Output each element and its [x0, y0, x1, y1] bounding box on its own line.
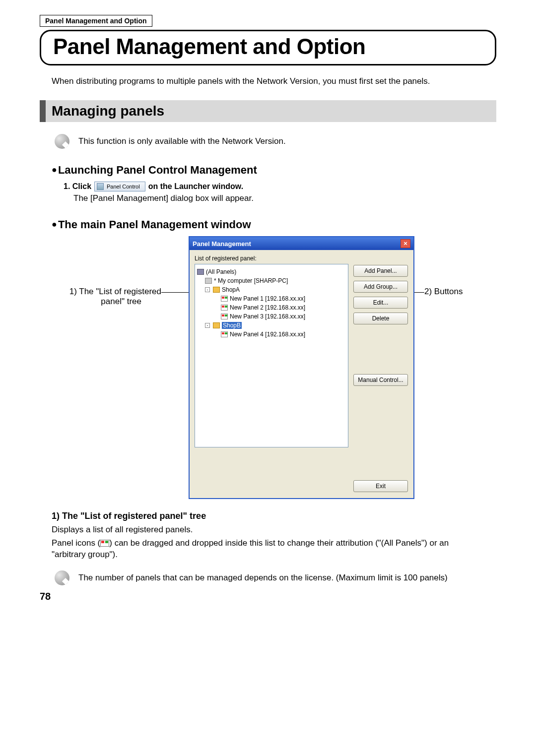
- tree-section-p2: Panel icons () can be dragged and droppe…: [52, 538, 484, 561]
- panel-icon: [221, 314, 228, 319]
- all-panels-icon: [197, 269, 204, 275]
- edit-button[interactable]: Edit...: [353, 297, 408, 309]
- panel-management-dialog: Panel Management × List of registered pa…: [189, 236, 414, 499]
- delete-button[interactable]: Delete: [353, 313, 408, 324]
- dialog-title: Panel Management: [193, 240, 251, 248]
- close-icon[interactable]: ×: [401, 239, 410, 248]
- diagram: 1) The "List of registered panel" tree P…: [40, 236, 496, 499]
- note-text: This function is only available with the…: [78, 136, 286, 146]
- registered-panel-tree[interactable]: (All Panels) * My computer [SHARP-PC] -S…: [195, 264, 348, 447]
- manual-control-button[interactable]: Manual Control...: [353, 374, 408, 386]
- intro-text: When distributing programs to multiple p…: [52, 76, 496, 86]
- exit-button[interactable]: Exit: [353, 480, 408, 492]
- step-suffix: on the Launcher window.: [148, 182, 243, 191]
- section-heading-managing-panels: Managing panels: [40, 100, 496, 122]
- panel-icon: [221, 296, 228, 302]
- add-group-button[interactable]: Add Group...: [353, 281, 408, 293]
- title-frame: Panel Management and Option: [40, 30, 496, 65]
- tree-root[interactable]: (All Panels): [206, 268, 236, 275]
- license-note: The number of panels that can be managed…: [78, 573, 448, 583]
- callout-left: 1) The "List of registered panel" tree: [40, 236, 161, 307]
- panel-icon: [100, 540, 109, 547]
- callout-right: 2) Buttons: [424, 236, 463, 297]
- add-panel-button[interactable]: Add Panel...: [353, 265, 408, 277]
- folder-icon: [213, 287, 220, 293]
- tree-group-b-selected[interactable]: ShopB: [222, 322, 242, 329]
- callout-line-right: [414, 292, 424, 293]
- callout-line-left: [161, 292, 189, 293]
- breadcrumb: Panel Management and Option: [40, 15, 152, 27]
- tree-group-a[interactable]: ShopA: [222, 286, 240, 293]
- panel-control-label: Panel Control: [107, 184, 140, 189]
- subheading-launching: Launching Panel Control Management: [52, 164, 496, 177]
- panel-icon: [221, 305, 228, 311]
- tree-panel[interactable]: New Panel 4 [192.168.xx.xx]: [230, 331, 305, 338]
- tree-panel[interactable]: New Panel 1 [192.168.xx.xx]: [230, 295, 305, 302]
- step-1: 1. Click Panel Control on the Launcher w…: [64, 182, 496, 191]
- list-label: List of registered panel:: [195, 255, 408, 262]
- collapse-icon[interactable]: -: [205, 323, 210, 328]
- collapse-icon[interactable]: -: [205, 287, 210, 292]
- note-icon: [55, 134, 69, 149]
- step-prefix: 1. Click: [64, 182, 91, 191]
- dialog-buttons: Add Panel... Add Group... Edit... Delete…: [353, 264, 408, 492]
- page-title: Panel Management and Option: [53, 34, 483, 59]
- folder-icon: [213, 322, 220, 328]
- computer-icon: [205, 278, 212, 284]
- dialog-titlebar: Panel Management ×: [190, 237, 413, 250]
- tree-section-p1: Displays a list of all registered panels…: [52, 524, 484, 536]
- tree-section-heading: 1) The "List of registered panel" tree: [52, 511, 496, 521]
- step-result: The [Panel Management] dialog box will a…: [73, 193, 496, 203]
- note-icon: [55, 570, 69, 585]
- panel-control-button[interactable]: Panel Control: [94, 182, 145, 191]
- tree-panel[interactable]: New Panel 2 [192.168.xx.xx]: [230, 304, 305, 311]
- panel-icon: [221, 331, 228, 337]
- page-number: 78: [40, 591, 51, 602]
- subheading-main-window: The main Panel Management window: [52, 218, 496, 231]
- panel-control-icon: [97, 183, 104, 190]
- tree-panel[interactable]: New Panel 3 [192.168.xx.xx]: [230, 313, 305, 320]
- tree-mypc[interactable]: * My computer [SHARP-PC]: [214, 277, 288, 284]
